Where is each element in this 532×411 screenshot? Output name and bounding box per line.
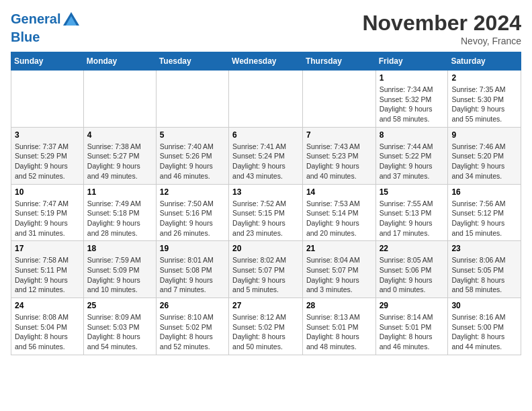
day-number: 6 [232,130,299,140]
header-row: SundayMondayTuesdayWednesdayThursdayFrid… [11,52,521,71]
calendar-header: SundayMondayTuesdayWednesdayThursdayFrid… [11,52,521,71]
calendar-day-cell: 23Sunrise: 8:06 AM Sunset: 5:05 PM Dayli… [448,241,521,298]
day-number: 24 [15,301,80,310]
calendar-day-cell: 28Sunrise: 8:13 AM Sunset: 5:01 PM Dayli… [302,298,375,355]
calendar-day-cell: 21Sunrise: 8:04 AM Sunset: 5:07 PM Dayli… [302,241,375,298]
day-number: 30 [451,301,517,310]
page-header: General Blue November 2024 Nevoy, France [11,11,521,46]
calendar-week-row: 10Sunrise: 7:47 AM Sunset: 5:19 PM Dayli… [11,184,521,241]
day-number: 29 [380,301,445,310]
day-info: Sunrise: 7:35 AM Sunset: 5:30 PM Dayligh… [451,85,517,124]
day-number: 1 [380,73,445,83]
calendar-body: 1Sunrise: 7:34 AM Sunset: 5:32 PM Daylig… [11,71,521,355]
day-info: Sunrise: 8:04 AM Sunset: 5:07 PM Dayligh… [306,255,372,295]
calendar-day-cell: 16Sunrise: 7:56 AM Sunset: 5:12 PM Dayli… [448,184,521,241]
day-number: 12 [160,187,225,197]
day-number: 5 [160,130,225,140]
day-info: Sunrise: 7:53 AM Sunset: 5:14 PM Dayligh… [306,199,372,238]
calendar-day-cell: 10Sunrise: 7:47 AM Sunset: 5:19 PM Dayli… [11,184,84,241]
day-number: 7 [306,130,372,140]
day-info: Sunrise: 7:37 AM Sunset: 5:29 PM Dayligh… [15,142,80,181]
day-info: Sunrise: 8:05 AM Sunset: 5:06 PM Dayligh… [380,255,445,295]
day-info: Sunrise: 8:01 AM Sunset: 5:08 PM Dayligh… [160,255,225,295]
calendar-day-cell: 9Sunrise: 7:46 AM Sunset: 5:20 PM Daylig… [448,127,521,184]
calendar-day-cell: 17Sunrise: 7:58 AM Sunset: 5:11 PM Dayli… [11,241,84,298]
logo-text-blue: Blue [11,30,81,44]
calendar-week-row: 1Sunrise: 7:34 AM Sunset: 5:32 PM Daylig… [11,71,521,128]
header-day: Sunday [11,52,84,71]
day-info: Sunrise: 8:06 AM Sunset: 5:05 PM Dayligh… [451,255,517,295]
day-info: Sunrise: 8:13 AM Sunset: 5:01 PM Dayligh… [306,312,372,352]
day-number: 2 [451,73,517,83]
day-info: Sunrise: 7:59 AM Sunset: 5:09 PM Dayligh… [87,255,152,295]
day-number: 18 [87,244,152,253]
day-info: Sunrise: 7:43 AM Sunset: 5:23 PM Dayligh… [306,142,372,181]
calendar-day-cell: 20Sunrise: 8:02 AM Sunset: 5:07 PM Dayli… [229,241,303,298]
calendar-table: SundayMondayTuesdayWednesdayThursdayFrid… [11,52,521,355]
day-number: 11 [87,187,152,197]
day-number: 20 [232,244,299,253]
calendar-day-cell: 6Sunrise: 7:41 AM Sunset: 5:24 PM Daylig… [229,127,303,184]
day-number: 27 [232,301,299,310]
day-number: 19 [160,244,225,253]
calendar-day-cell: 12Sunrise: 7:50 AM Sunset: 5:16 PM Dayli… [156,184,228,241]
header-day: Thursday [302,52,375,71]
month-title: November 2024 [362,11,521,36]
header-day: Tuesday [156,52,228,71]
day-info: Sunrise: 7:56 AM Sunset: 5:12 PM Dayligh… [451,199,517,238]
day-info: Sunrise: 7:41 AM Sunset: 5:24 PM Dayligh… [232,142,299,181]
calendar-day-cell: 8Sunrise: 7:44 AM Sunset: 5:22 PM Daylig… [375,127,448,184]
calendar-day-cell: 19Sunrise: 8:01 AM Sunset: 5:08 PM Dayli… [156,241,228,298]
calendar-day-cell: 24Sunrise: 8:08 AM Sunset: 5:04 PM Dayli… [11,298,84,355]
day-info: Sunrise: 7:38 AM Sunset: 5:27 PM Dayligh… [87,142,152,181]
logo: General Blue [11,11,81,44]
calendar-day-cell: 25Sunrise: 8:09 AM Sunset: 5:03 PM Dayli… [83,298,156,355]
day-info: Sunrise: 7:40 AM Sunset: 5:26 PM Dayligh… [160,142,225,181]
title-block: November 2024 Nevoy, France [362,11,521,46]
calendar-day-cell: 15Sunrise: 7:55 AM Sunset: 5:13 PM Dayli… [375,184,448,241]
logo-icon [62,11,81,30]
calendar-day-cell: 11Sunrise: 7:49 AM Sunset: 5:18 PM Dayli… [83,184,156,241]
day-info: Sunrise: 8:14 AM Sunset: 5:01 PM Dayligh… [380,312,445,352]
day-number: 4 [87,130,152,140]
calendar-day-cell: 1Sunrise: 7:34 AM Sunset: 5:32 PM Daylig… [375,71,448,128]
calendar-day-cell [11,71,84,128]
day-info: Sunrise: 7:34 AM Sunset: 5:32 PM Dayligh… [380,85,445,124]
day-info: Sunrise: 8:09 AM Sunset: 5:03 PM Dayligh… [87,312,152,352]
calendar-day-cell: 13Sunrise: 7:52 AM Sunset: 5:15 PM Dayli… [229,184,303,241]
day-number: 3 [15,130,80,140]
calendar-week-row: 24Sunrise: 8:08 AM Sunset: 5:04 PM Dayli… [11,298,521,355]
day-info: Sunrise: 8:10 AM Sunset: 5:02 PM Dayligh… [160,312,225,352]
day-number: 9 [451,130,517,140]
day-number: 15 [380,187,445,197]
calendar-day-cell: 2Sunrise: 7:35 AM Sunset: 5:30 PM Daylig… [448,71,521,128]
logo-text: General [11,11,81,30]
day-info: Sunrise: 7:50 AM Sunset: 5:16 PM Dayligh… [160,199,225,238]
day-info: Sunrise: 8:12 AM Sunset: 5:02 PM Dayligh… [232,312,299,352]
day-number: 23 [451,244,517,253]
calendar-day-cell: 3Sunrise: 7:37 AM Sunset: 5:29 PM Daylig… [11,127,84,184]
calendar-day-cell [83,71,156,128]
calendar-day-cell: 5Sunrise: 7:40 AM Sunset: 5:26 PM Daylig… [156,127,228,184]
calendar-day-cell: 27Sunrise: 8:12 AM Sunset: 5:02 PM Dayli… [229,298,303,355]
calendar-day-cell: 30Sunrise: 8:16 AM Sunset: 5:00 PM Dayli… [448,298,521,355]
header-day: Monday [83,52,156,71]
day-info: Sunrise: 8:02 AM Sunset: 5:07 PM Dayligh… [232,255,299,295]
calendar-week-row: 3Sunrise: 7:37 AM Sunset: 5:29 PM Daylig… [11,127,521,184]
header-day: Wednesday [229,52,303,71]
day-info: Sunrise: 7:47 AM Sunset: 5:19 PM Dayligh… [15,199,80,238]
header-day: Friday [375,52,448,71]
day-number: 21 [306,244,372,253]
day-number: 26 [160,301,225,310]
location: Nevoy, France [362,36,521,46]
calendar-week-row: 17Sunrise: 7:58 AM Sunset: 5:11 PM Dayli… [11,241,521,298]
day-info: Sunrise: 7:58 AM Sunset: 5:11 PM Dayligh… [15,255,80,295]
day-info: Sunrise: 7:52 AM Sunset: 5:15 PM Dayligh… [232,199,299,238]
day-info: Sunrise: 8:08 AM Sunset: 5:04 PM Dayligh… [15,312,80,352]
calendar-day-cell [229,71,303,128]
day-info: Sunrise: 8:16 AM Sunset: 5:00 PM Dayligh… [451,312,517,352]
day-number: 25 [87,301,152,310]
calendar-day-cell: 14Sunrise: 7:53 AM Sunset: 5:14 PM Dayli… [302,184,375,241]
day-info: Sunrise: 7:55 AM Sunset: 5:13 PM Dayligh… [380,199,445,238]
day-number: 16 [451,187,517,197]
